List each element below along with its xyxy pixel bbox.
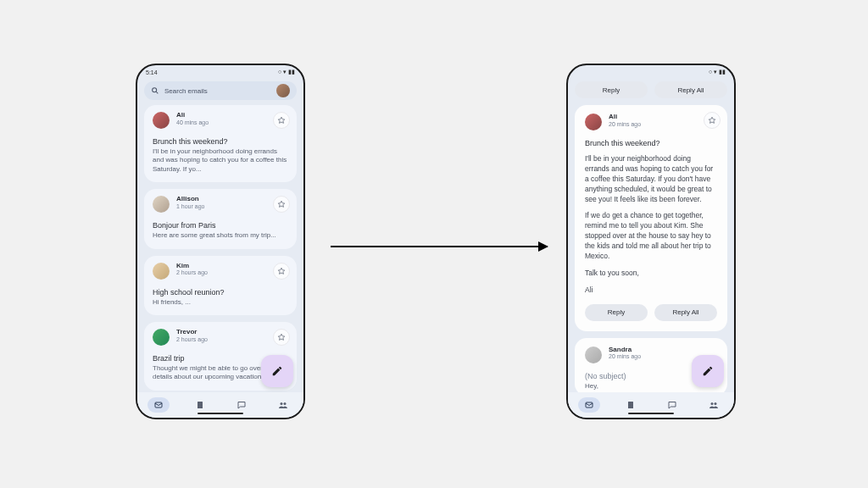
pencil-icon: [702, 365, 714, 377]
svg-rect-7: [198, 402, 203, 408]
email-subject: Bonjour from Paris: [153, 221, 288, 230]
svg-rect-12: [628, 402, 633, 408]
home-handle[interactable]: [198, 413, 243, 415]
top-reply-button[interactable]: Reply: [575, 81, 648, 98]
email-item[interactable]: Allison 1 hour ago Bonjour from Paris He…: [144, 189, 297, 248]
svg-point-0: [153, 88, 157, 92]
sender-name: Kim: [176, 263, 208, 270]
nav-inbox[interactable]: [147, 397, 170, 413]
svg-marker-2: [278, 117, 285, 123]
sender-name: Allison: [176, 196, 204, 203]
sender-avatar: [153, 196, 170, 213]
star-button[interactable]: [273, 112, 290, 129]
compose-fab[interactable]: [692, 355, 724, 387]
sender-time: 20 mins ago: [609, 353, 641, 360]
email-item[interactable]: Ali 40 mins ago Brunch this weekend? I'l…: [144, 105, 297, 182]
nav-chat[interactable]: [661, 397, 683, 413]
sender-time: 2 hours ago: [176, 336, 208, 343]
phone-inbox: 5:14 ○ ▾ ▮▮ Search emails Ali 40 mins ag…: [136, 64, 305, 419]
svg-point-13: [710, 402, 713, 405]
star-button[interactable]: [704, 112, 721, 129]
search-bar[interactable]: Search emails: [144, 81, 297, 100]
compose-fab[interactable]: [261, 355, 293, 387]
nav-notes[interactable]: [189, 397, 211, 413]
message-subject: Brunch this weekend?: [585, 139, 717, 147]
reply-all-button[interactable]: Reply All: [654, 304, 717, 321]
sender-avatar: [585, 114, 602, 130]
svg-point-9: [283, 402, 286, 405]
nav-people[interactable]: [272, 397, 294, 413]
sender-name: Trevor: [176, 329, 208, 336]
svg-point-14: [714, 402, 716, 405]
email-preview: Here are some great shots from my trip..…: [153, 231, 288, 240]
svg-marker-10: [709, 117, 715, 123]
email-subject: High school reunion?: [153, 288, 288, 297]
home-handle[interactable]: [628, 413, 674, 415]
nav-people[interactable]: [703, 397, 725, 413]
status-bar: ○ ▾ ▮▮: [568, 65, 734, 79]
sender-name: Ali: [176, 112, 209, 119]
svg-marker-4: [278, 268, 285, 274]
star-button[interactable]: [273, 329, 290, 346]
message-body: I'll be in your neighborhood doing erran…: [585, 154, 717, 296]
sender-time: 40 mins ago: [176, 119, 209, 126]
svg-line-1: [156, 92, 158, 93]
nav-chat[interactable]: [231, 397, 253, 413]
email-preview: I'll be in your neighborhood doing erran…: [153, 147, 288, 174]
email-preview: Hi friends, ...: [153, 298, 288, 307]
pencil-icon: [271, 365, 283, 377]
email-subject: Brunch this weekend?: [153, 137, 288, 146]
status-bar: 5:14 ○ ▾ ▮▮: [137, 65, 303, 79]
nav-notes[interactable]: [620, 397, 642, 413]
sender-name: Sandra: [609, 347, 641, 354]
sender-avatar: [153, 329, 170, 346]
search-icon: [151, 86, 159, 95]
email-item[interactable]: Kim 2 hours ago High school reunion? Hi …: [144, 256, 297, 315]
status-time: 5:14: [146, 69, 158, 75]
message-card: Ali 20 mins ago Brunch this weekend? I'l…: [575, 105, 727, 331]
svg-marker-5: [278, 334, 285, 340]
top-reply-all-button[interactable]: Reply All: [654, 81, 727, 98]
sender-avatar: [153, 112, 170, 129]
sender-avatar: [585, 347, 602, 363]
star-button[interactable]: [273, 263, 290, 280]
nav-inbox[interactable]: [578, 397, 600, 413]
svg-point-8: [280, 402, 282, 405]
status-icons: ○ ▾ ▮▮: [709, 69, 726, 75]
sender-time: 2 hours ago: [176, 269, 208, 276]
transition-arrow: [331, 246, 548, 247]
sender-avatar: [153, 263, 170, 280]
svg-marker-3: [278, 201, 285, 207]
status-icons: ○ ▾ ▮▮: [278, 69, 295, 75]
search-placeholder: Search emails: [164, 87, 271, 95]
phone-detail: ○ ▾ ▮▮ Reply Reply All Ali 20 mins ago B…: [566, 64, 736, 419]
sender-time: 1 hour ago: [176, 203, 204, 210]
sender-time: 20 mins ago: [609, 121, 641, 128]
sender-name: Ali: [609, 114, 641, 121]
profile-avatar[interactable]: [276, 84, 290, 97]
reply-button[interactable]: Reply: [585, 304, 648, 321]
